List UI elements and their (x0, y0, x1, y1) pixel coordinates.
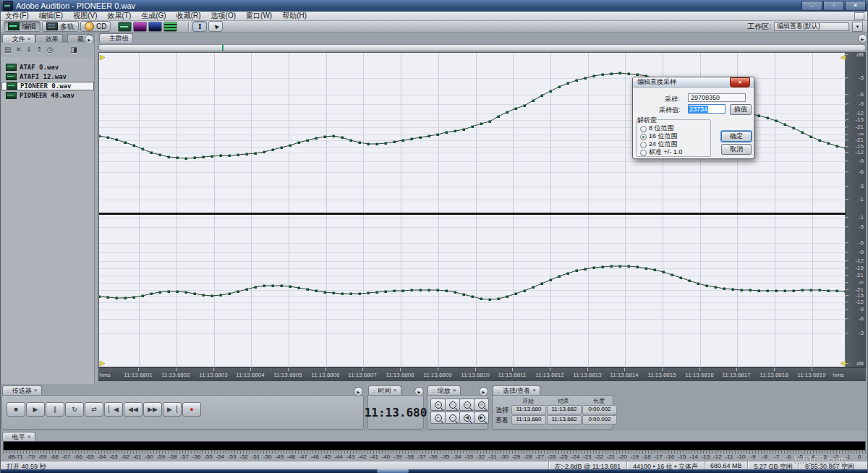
menubar-corner-icon[interactable] (854, 12, 864, 20)
zoom-full-button[interactable]: ↔ (459, 399, 475, 411)
loop-button[interactable]: ⇄ (85, 402, 103, 417)
main-toolbar: 编辑 多轨 CD I ▶ 工作区: (1, 21, 868, 33)
zoom-in-vertical-button[interactable]: + (430, 412, 446, 424)
tab-selection-view[interactable]: ∷选择/查看× (493, 385, 540, 395)
selection-value-field[interactable]: 11:13.680 (511, 415, 546, 425)
meter-scale-label: -63 (109, 453, 118, 460)
workspace-select[interactable]: 编辑查看(默认) (774, 22, 849, 31)
play-button[interactable]: ▶ (26, 402, 45, 417)
rewind-button[interactable]: ◀◀ (124, 402, 142, 417)
edit-view-button[interactable]: 编辑 (4, 21, 41, 32)
taskbar-button[interactable] (377, 469, 409, 473)
resolution-option[interactable]: 标准 +/- 1.0 (640, 148, 682, 157)
selection-value-field[interactable]: 0:00.002 (582, 415, 617, 425)
menu-item-1[interactable]: 编辑(E) (39, 11, 63, 21)
cancel-button[interactable]: 取消 (721, 144, 752, 155)
meter-scale-label: -7 (774, 453, 779, 460)
menu-item-3[interactable]: 效果(T) (107, 11, 131, 21)
timeline-label: 11:13.6811 (498, 372, 527, 378)
open-file-icon[interactable]: ▤ (4, 46, 11, 54)
close-tab-icon[interactable]: × (27, 36, 31, 42)
title-bar[interactable]: Adobe Audition - PIONEER 0.wav –▫✕ (1, 0, 868, 12)
horizontal-scrollbar[interactable] (98, 44, 866, 51)
go-to-end-button[interactable]: ▶▕ (163, 402, 182, 417)
zoom-to-selection-button[interactable]: ▭ (474, 399, 489, 411)
menu-item-7[interactable]: 窗口(W) (246, 11, 272, 21)
main-panel-menu-button[interactable]: ▶ (858, 34, 867, 43)
file-list-item[interactable]: PIONEER 48.wav (1, 91, 94, 100)
record-button[interactable]: ● (182, 402, 201, 417)
menu-item-8[interactable]: 帮助(H) (282, 11, 307, 21)
tab-level[interactable]: ∷电平× (2, 432, 35, 441)
file-list-item[interactable]: ATAF 0.wav (1, 63, 94, 72)
close-tab-icon[interactable]: × (27, 434, 31, 440)
amplitude-ruler[interactable]: dB-3-6-9-12-15-21-∞-21-15-12-9-6-3-1-1-3… (846, 52, 866, 367)
file-list-item[interactable]: ATAFI 12.wav (1, 72, 94, 81)
stop-button[interactable]: ■ (7, 402, 25, 417)
workspace-dropdown-arrow[interactable]: ▼ (852, 22, 863, 32)
hybrid-tool-button[interactable]: ▶ (208, 21, 223, 32)
zoom-right-edge-button[interactable]: ▶ (474, 412, 489, 424)
menu-item-2[interactable]: 视图(V) (73, 11, 97, 21)
recent-files-icon[interactable]: ◷ (47, 46, 54, 54)
meter-scale-label: -29 (512, 453, 521, 460)
zoom-menu-button[interactable]: ▶ (479, 387, 488, 396)
waveform-display-button[interactable] (118, 22, 132, 32)
time-menu-button[interactable]: ▶ (414, 387, 424, 396)
play-looped-button[interactable]: ↻ (65, 402, 84, 417)
restore-button[interactable]: ▫ (823, 1, 844, 11)
panel-menu-button[interactable]: ▶ (85, 35, 94, 43)
close-tab-icon[interactable]: × (453, 388, 456, 393)
files-panel-tabs: ∷文件× ∷效果 ∷收藏夹 ▶ (1, 33, 95, 43)
zoom-out-vertical-button[interactable]: − (445, 412, 460, 424)
meter-scale-label: -17 (654, 453, 663, 460)
tab-main-group[interactable]: ∷主群组 (99, 33, 133, 43)
tab-transport[interactable]: ∷传送器× (2, 385, 42, 395)
close-tab-icon[interactable]: × (532, 388, 536, 393)
tab-time[interactable]: ∷时间× (368, 385, 401, 395)
tab-files[interactable]: ∷文件× (2, 34, 35, 43)
go-to-beginning-button[interactable]: ▏◀ (104, 402, 123, 417)
menu-item-0[interactable]: 文件(F) (5, 11, 29, 21)
close-tab-icon[interactable]: × (34, 388, 38, 393)
close-file-icon[interactable]: ✕ (15, 46, 21, 54)
spectral-pan-button[interactable] (148, 22, 162, 32)
menu-item-6[interactable]: 选项(O) (211, 11, 236, 21)
time-selection-tool-button[interactable]: I (192, 21, 207, 32)
timeline-ruler[interactable]: hms11:13.680111:13.680211:13.680311:13.6… (98, 367, 866, 381)
fast-forward-button[interactable]: ▶▶ (143, 402, 162, 417)
meter-scale-label: -51 (252, 453, 260, 460)
insert-multitrack-icon[interactable]: ⇑ (36, 46, 42, 54)
selection-header: 长度 (582, 397, 616, 405)
tab-zoom[interactable]: ∷缩放× (427, 385, 461, 395)
pause-button[interactable]: ∥ (46, 402, 64, 417)
transport-menu-button[interactable]: ▶ (354, 387, 363, 396)
menu-item-5[interactable]: 收藏(R) (176, 11, 201, 21)
zoom-left-edge-button[interactable]: ◀ (459, 412, 475, 424)
view-options-icon[interactable]: ◨ (70, 46, 77, 54)
selection-value-field[interactable]: 0:00.002 (582, 405, 617, 414)
minimize-button[interactable]: – (801, 1, 822, 11)
selection-value-field[interactable]: 11:13.682 (547, 405, 582, 414)
spectral-phase-button[interactable] (163, 22, 177, 32)
meter-scale-label: -39 (393, 453, 402, 460)
ok-button[interactable]: 确定 (721, 131, 752, 142)
sample-value-input[interactable]: 23734 (688, 104, 726, 114)
selection-value-field[interactable]: 11:13.680 (511, 405, 546, 414)
multitrack-view-button[interactable]: 多轨 (42, 21, 79, 32)
import-file-icon[interactable]: ⇓ (26, 46, 32, 54)
menu-item-4[interactable]: 生成(G) (141, 11, 166, 21)
selection-value-field[interactable]: 11:13.682 (547, 415, 582, 425)
level-meter[interactable] (3, 441, 866, 451)
dialog-close-button[interactable]: × (730, 77, 750, 88)
close-button[interactable]: ✕ (845, 1, 866, 11)
zoom-out-button[interactable]: − (445, 399, 460, 411)
spectral-frequency-button[interactable] (133, 22, 147, 32)
interpolate-button[interactable]: 插值 (730, 104, 752, 115)
multitrack-icon (46, 22, 58, 30)
zoom-in-button[interactable]: + (430, 399, 446, 411)
close-tab-icon[interactable]: × (393, 388, 397, 393)
cd-view-button[interactable]: CD (80, 21, 111, 32)
tab-effects[interactable]: ∷效果 (35, 34, 63, 43)
file-list-item[interactable]: PIONEER 0.wav (1, 82, 94, 90)
